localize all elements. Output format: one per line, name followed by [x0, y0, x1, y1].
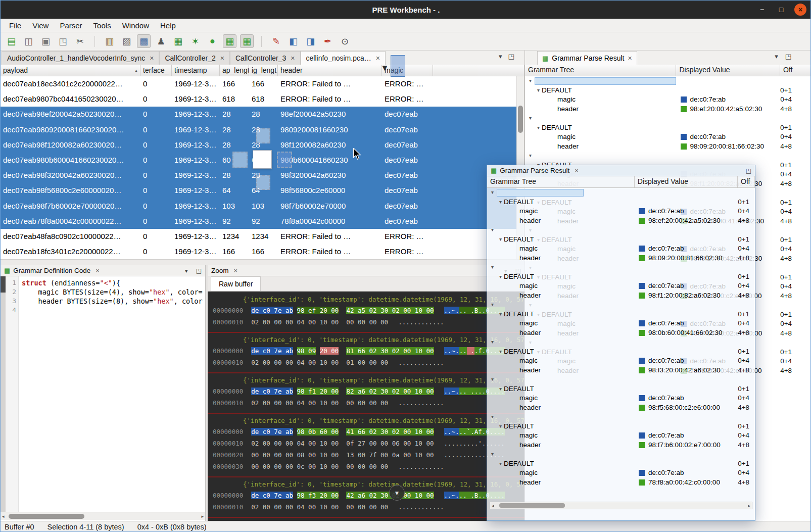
tree-leaf-row[interactable]: header98:f1:20:00:82:a6:02:304+8: [487, 291, 755, 301]
tree-node-row[interactable]: ▾DEFAULT0+1: [525, 86, 811, 95]
screen-icon[interactable]: ▦: [171, 34, 185, 48]
expander-icon[interactable]: ▾: [491, 188, 494, 198]
tab-detach-icon[interactable]: ◳: [508, 53, 514, 60]
tree-edit-box[interactable]: [497, 189, 584, 197]
tree-leaf-row[interactable]: header98:ef:20:00:42:a5:02:304+8: [525, 105, 811, 114]
run-icon[interactable]: ●: [206, 34, 219, 48]
table-row[interactable]: dec07eab98ef200042a50230020…01969-12-3…2…: [1, 107, 524, 122]
scrollbar-thumb[interactable]: [518, 106, 523, 133]
tree-root-row[interactable]: ▾: [487, 412, 755, 422]
column-displayed-value[interactable]: Displayed Value: [676, 65, 780, 76]
tree-leaf-row[interactable]: magicde:c0:7e:ab0+4: [487, 431, 755, 441]
tab-close-icon[interactable]: ×: [376, 54, 380, 62]
export-icon[interactable]: ◳: [56, 34, 70, 48]
tree-leaf-row[interactable]: magicde:c0:7e:ab0+4: [525, 95, 811, 105]
tree-node-row[interactable]: ▾DEFAULT0+1: [487, 235, 755, 245]
column-displayed-value[interactable]: Displayed Value: [635, 176, 738, 187]
dock-tab-grammar-parse-result[interactable]: ▦ Grammar Parse Result ×: [537, 51, 637, 65]
tree-leaf-row[interactable]: header98:f5:68:00:c2:e6:00:004+8: [487, 403, 755, 413]
table-row[interactable]: dec07eab48fa8c0902c10000022…01969-12-3…1…: [1, 229, 524, 244]
scroll-left-icon[interactable]: ◂: [492, 503, 494, 508]
expander-icon[interactable]: ▾: [491, 337, 494, 347]
code-editor[interactable]: 1234 struct (endianness="<"){ magic BYTE…: [1, 276, 205, 512]
tree-root-row[interactable]: ▾: [487, 375, 755, 384]
title-bar[interactable]: PRE Workbench - . − □ ×: [1, 1, 811, 19]
table-row[interactable]: dec07eab98f7b60002e70000020…01969-12-3…1…: [1, 199, 524, 214]
table-row[interactable]: dec07eab18ec3401c2c20000022…01969-12-3…1…: [1, 76, 524, 91]
new-file-icon[interactable]: ▤: [5, 34, 18, 48]
tree-leaf-row[interactable]: magicde:c0:7e:ab0+4: [487, 319, 755, 328]
doc-tab-4[interactable]: cellinfo_nosim.pca…×: [301, 51, 386, 65]
expander-icon[interactable]: ▾: [529, 76, 532, 86]
dock-dropdown-icon[interactable]: ▾: [775, 53, 778, 60]
code-panel-dropdown-icon[interactable]: ▾: [185, 267, 188, 274]
code-horizontal-scrollbar[interactable]: ◂ ▸: [1, 512, 205, 520]
float-horizontal-scrollbar[interactable]: ◂ ▸: [490, 502, 752, 509]
marker-icon[interactable]: ✎: [269, 34, 283, 48]
tree-leaf-row[interactable]: magicde:c0:7e:ab0+4: [487, 356, 755, 366]
column-offset[interactable]: Off: [738, 176, 755, 187]
menu-file[interactable]: File: [4, 20, 27, 31]
column-grammar-tree[interactable]: Grammar Tree: [525, 65, 676, 76]
paste-icon[interactable]: ▥: [103, 34, 116, 48]
open-grammar-icon[interactable]: ▩: [137, 34, 151, 48]
expander-icon[interactable]: ▾: [491, 300, 494, 310]
expander-icon[interactable]: ▾: [537, 86, 540, 95]
tree-leaf-row[interactable]: magicde:c0:7e:ab0+4: [487, 244, 755, 254]
float-window-header[interactable]: ▦ Grammar Parse Result × ◳: [487, 165, 755, 176]
expander-icon[interactable]: ▾: [529, 114, 532, 123]
expander-icon[interactable]: ▾: [491, 263, 494, 272]
menu-view[interactable]: View: [27, 20, 54, 31]
expander-icon[interactable]: ▾: [499, 347, 502, 357]
expander-icon[interactable]: ▾: [499, 459, 502, 469]
scrollbar-thumb[interactable]: [9, 514, 84, 519]
copy-icon[interactable]: ◫: [22, 34, 35, 48]
dock-detach-icon[interactable]: ◳: [785, 53, 791, 60]
code-panel-header[interactable]: ▦ Grammar Definition Code × ▾ ◳: [1, 265, 205, 276]
hex-line[interactable]: 00000000de c0 7e ab 98 f1 20 00 82 a6 02…: [208, 385, 524, 397]
hex-line[interactable]: 00000000de c0 7e ab 98 09 20 00 81 66 02…: [208, 345, 524, 357]
expander-icon[interactable]: ▾: [491, 412, 494, 422]
tree-node-row[interactable]: ▾DEFAULT0+1: [525, 123, 811, 133]
hex-line[interactable]: 0000002000 00 00 00 08 00 10 00 13 00 7f…: [208, 449, 524, 461]
tree-edit-box[interactable]: [535, 77, 676, 85]
float-tree[interactable]: ▾▾DEFAULT0+1magicde:c0:7e:ab0+4header98:…: [487, 188, 755, 487]
tree-root-row[interactable]: ▾: [487, 263, 755, 272]
table-row[interactable]: dec07eab78f8a00042c00000022…01969-12-3…9…: [1, 214, 524, 229]
tab-raw-buffer[interactable]: Raw buffer: [211, 276, 261, 291]
tree-root-row[interactable]: ▾: [487, 300, 755, 310]
tree-node-row[interactable]: ▾DEFAULT0+1: [487, 272, 755, 282]
code-lines[interactable]: struct (endianness="<"){ magic BYTES(siz…: [19, 276, 205, 512]
hex-line[interactable]: 0000001002 00 00 00 04 00 10 00 00 00 00…: [208, 501, 524, 513]
minimize-button[interactable]: −: [756, 4, 768, 16]
maximize-button[interactable]: □: [775, 4, 787, 16]
expander-icon[interactable]: ▾: [499, 310, 502, 319]
tab-list-dropdown-icon[interactable]: ▾: [499, 53, 502, 60]
expander-icon[interactable]: ▾: [491, 225, 494, 235]
scroll-left-icon[interactable]: ◂: [2, 514, 5, 519]
table-row[interactable]: dec07eab18fc3401c2c20000022…01969-12-3…1…: [1, 244, 524, 259]
tree-leaf-row[interactable]: magicde:c0:7e:ab0+4: [487, 394, 755, 403]
hex-line[interactable]: 0000003000 00 00 00 0c 00 10 00 00 00 00…: [208, 461, 524, 472]
tree-node-row[interactable]: ▾DEFAULT0+1: [487, 384, 755, 394]
tree-leaf-row[interactable]: header98:0b:60:00:41:66:02:304+8: [487, 328, 755, 338]
column-header-payload[interactable]: payload▴: [1, 65, 140, 76]
expander-icon[interactable]: ▾: [499, 198, 502, 207]
parse-grid-2-icon[interactable]: ▦: [240, 34, 254, 48]
zoom-panel-header[interactable]: Zoom × ▾ ◳: [208, 265, 524, 276]
tree-root-row[interactable]: ▾: [525, 151, 811, 161]
expander-icon[interactable]: ▾: [499, 422, 502, 431]
expander-icon[interactable]: ▾: [537, 123, 540, 133]
tab-close-icon[interactable]: ×: [150, 54, 154, 62]
tree-leaf-row[interactable]: header98:f7:b6:00:02:e7:00:004+8: [487, 441, 755, 450]
window-search-icon[interactable]: ◨: [304, 34, 317, 48]
close-button[interactable]: ×: [794, 4, 806, 16]
column-header-magic[interactable]: magic: [382, 65, 433, 76]
cut-icon[interactable]: ✂: [73, 34, 87, 48]
window-blue-icon[interactable]: ◧: [287, 34, 300, 48]
tree-leaf-row[interactable]: header98:f3:20:00:42:a6:02:304+8: [487, 366, 755, 375]
tab-close-icon[interactable]: ×: [291, 54, 295, 62]
column-header-iglengt[interactable]: ig_lengt: [249, 65, 278, 76]
expander-icon[interactable]: ▾: [491, 375, 494, 384]
search-icon[interactable]: ⊙: [338, 34, 352, 48]
